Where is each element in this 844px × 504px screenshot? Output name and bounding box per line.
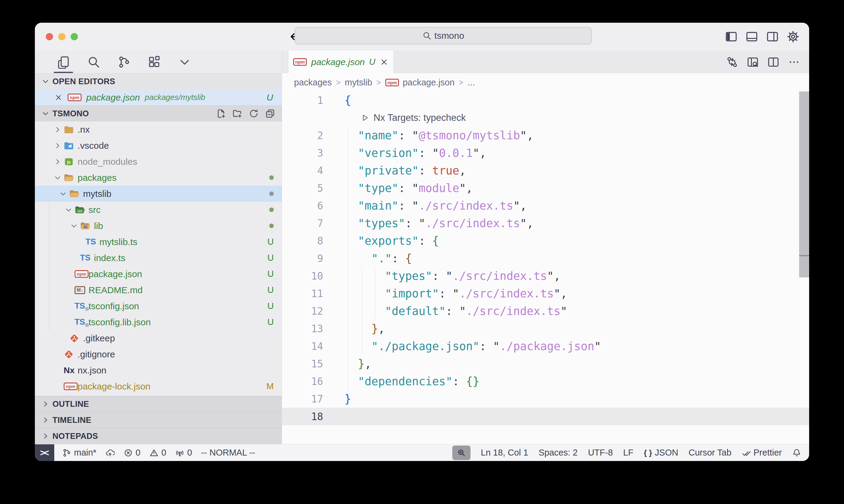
- breadcrumb-item[interactable]: packages: [294, 77, 332, 88]
- status-right-5[interactable]: { }JSON: [643, 448, 678, 458]
- status-right-1[interactable]: Ln 18, Col 1: [481, 448, 528, 458]
- tree-item--vscode[interactable]: .vscode: [35, 138, 282, 154]
- tree-item--gitkeep[interactable]: .gitkeep: [35, 330, 282, 346]
- chevron-right-icon[interactable]: [54, 158, 64, 166]
- open-editors-header[interactable]: OPEN EDITORS: [35, 73, 282, 89]
- code-line-16[interactable]: 16 "dependencies": {}: [282, 373, 809, 390]
- breadcrumb-item[interactable]: mytslib: [345, 77, 372, 88]
- open-editor-item[interactable]: npm package.json packages/mytslib U: [35, 89, 282, 105]
- ellipsis-icon[interactable]: [788, 56, 800, 68]
- chevron-down-icon[interactable]: [59, 190, 69, 198]
- tree-item-package-lock-json[interactable]: npmpackage-lock.jsonM: [35, 378, 282, 394]
- code-line-5[interactable]: 5 "type": "module",: [282, 179, 809, 197]
- project-search-input[interactable]: tsmono: [295, 27, 592, 44]
- tree-item--gitignore[interactable]: .gitignore: [35, 346, 282, 362]
- new-folder-icon[interactable]: [232, 109, 242, 119]
- code-line-4[interactable]: 4 "private": true,: [282, 162, 809, 179]
- status-right-6[interactable]: Cursor Tab: [688, 448, 731, 458]
- code-line-18[interactable]: 18: [282, 408, 809, 425]
- status-left-3[interactable]: 0: [150, 448, 166, 458]
- code-line-17[interactable]: 17}: [282, 390, 809, 408]
- code-line-11[interactable]: 11 "import": "./src/index.ts",: [282, 285, 809, 302]
- project-section-header[interactable]: TSMONO: [35, 105, 282, 122]
- chevron-down-icon[interactable]: [65, 206, 74, 214]
- line-number: 14: [282, 340, 344, 352]
- code-line-7[interactable]: 7 "types": "./src/index.ts",: [282, 214, 809, 232]
- code-lens[interactable]: Nx Targets: typecheck: [282, 109, 809, 127]
- tree-item-node-modules[interactable]: jsnode_modules: [35, 154, 282, 169]
- activity-extensions-icon[interactable]: [147, 54, 162, 71]
- code-line-6[interactable]: 6 "main": "./src/index.ts",: [282, 197, 809, 214]
- tree-item-tsconfig-json[interactable]: TStsconfig.jsonU: [35, 298, 282, 314]
- scrollbar[interactable]: [799, 256, 809, 277]
- close-icon[interactable]: [54, 93, 63, 102]
- status-left-5[interactable]: -- NORMAL --: [201, 448, 255, 458]
- open-changes-icon[interactable]: [726, 56, 738, 68]
- section-timeline[interactable]: TIMELINE: [35, 412, 282, 428]
- breadcrumb-item[interactable]: ...: [468, 77, 475, 88]
- gear-icon[interactable]: [787, 30, 799, 43]
- chevron-right-icon[interactable]: [54, 142, 64, 150]
- status-left-0[interactable]: main*: [62, 448, 97, 458]
- layout-sidebar-left-icon[interactable]: [725, 30, 738, 43]
- zoom-indicator[interactable]: [452, 446, 470, 460]
- status-right-8[interactable]: [792, 448, 801, 457]
- layout-sidebar-right-icon[interactable]: [766, 30, 779, 43]
- activity-source-control-icon[interactable]: [116, 54, 132, 71]
- code-line-12[interactable]: 12 "default": "./src/index.ts": [282, 302, 809, 320]
- code-line-2[interactable]: 2 "name": "@tsmono/mytslib",: [282, 127, 809, 144]
- breadcrumb-item[interactable]: npm package.json: [385, 77, 455, 88]
- code-line-15[interactable]: 15 },: [282, 355, 809, 373]
- tree-item-mytslib[interactable]: mytslib: [35, 186, 282, 202]
- status-left-4[interactable]: 0: [175, 448, 192, 458]
- close-window-button[interactable]: [46, 33, 53, 40]
- section-notepads[interactable]: NOTEPADS: [35, 428, 282, 444]
- git-status-badge: U: [266, 92, 273, 103]
- status-right-4[interactable]: LF: [623, 448, 634, 458]
- code-line-14[interactable]: 14 "./package.json": "./package.json": [282, 337, 809, 355]
- status-right-3[interactable]: UTF-8: [588, 448, 613, 458]
- activity-chevron-down-icon[interactable]: [177, 54, 192, 71]
- code-editor[interactable]: 1{Nx Targets: typecheck2 "name": "@tsmon…: [282, 91, 809, 444]
- status-right-7[interactable]: Prettier: [742, 448, 782, 458]
- status-right-0[interactable]: [452, 446, 470, 460]
- tree-item-mytslib-ts[interactable]: TSmytslib.tsU: [35, 234, 282, 250]
- tree-item--nx[interactable]: .nx: [35, 122, 282, 138]
- new-file-icon[interactable]: [216, 109, 226, 119]
- section-outline[interactable]: OUTLINE: [35, 396, 282, 412]
- close-tab-icon[interactable]: [380, 57, 389, 67]
- tree-item-nx-json[interactable]: Nxnx.json: [35, 362, 282, 378]
- minimize-window-button[interactable]: [58, 33, 66, 40]
- tree-item-index-ts[interactable]: TSindex.tsU: [35, 250, 282, 266]
- layout-panel-icon[interactable]: [745, 30, 758, 43]
- activity-files-icon[interactable]: [55, 54, 71, 71]
- chevron-down-icon[interactable]: [70, 222, 80, 230]
- code-line-9[interactable]: 9 ".": {: [282, 250, 809, 267]
- tab-package-json[interactable]: npm package.json U: [289, 51, 393, 73]
- tree-item-lib[interactable]: lib: [35, 218, 282, 234]
- status-right-2[interactable]: Spaces: 2: [538, 448, 578, 458]
- zoom-window-button[interactable]: [71, 33, 78, 40]
- code-line-1[interactable]: 1{: [282, 91, 809, 109]
- remote-indicator[interactable]: ><: [35, 444, 54, 461]
- scrollbar[interactable]: [799, 91, 809, 255]
- activity-search-icon[interactable]: [86, 54, 102, 71]
- refresh-icon[interactable]: [249, 109, 259, 119]
- chevron-right-icon[interactable]: [54, 126, 64, 133]
- tree-item-packages[interactable]: packages: [35, 169, 282, 186]
- preview-icon[interactable]: [747, 56, 759, 68]
- tree-item-src[interactable]: </>src: [35, 202, 282, 218]
- split-icon[interactable]: [767, 56, 779, 68]
- code-line-10[interactable]: 10 "types": "./src/index.ts",: [282, 267, 809, 285]
- chevron-down-icon[interactable]: [54, 174, 64, 182]
- tree-item-README-md[interactable]: M↓README.mdU: [35, 282, 282, 298]
- line-number: 16: [282, 376, 344, 388]
- code-line-3[interactable]: 3 "version": "0.0.1",: [282, 144, 809, 162]
- code-line-8[interactable]: 8 "exports": {: [282, 232, 809, 250]
- tree-item-package-json[interactable]: npmpackage.jsonU: [35, 266, 282, 282]
- collapse-all-icon[interactable]: [265, 109, 275, 119]
- code-line-13[interactable]: 13 },: [282, 320, 809, 337]
- tree-item-tsconfig-lib-json[interactable]: TStsconfig.lib.jsonU: [35, 314, 282, 330]
- status-left-1[interactable]: [105, 448, 115, 457]
- status-left-2[interactable]: 0: [124, 448, 140, 458]
